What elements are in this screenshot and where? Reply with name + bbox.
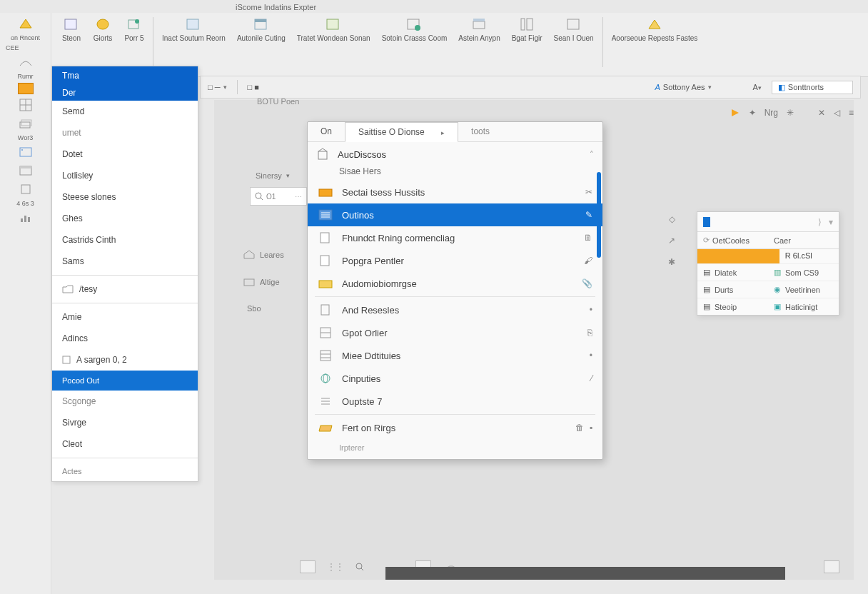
popup-item[interactable]: Audomiobiomrgse📎: [308, 272, 602, 295]
hardhat-icon[interactable]: [1, 54, 49, 70]
popup-item[interactable]: And Resesles•: [308, 298, 602, 321]
status-btn[interactable]: [300, 560, 316, 573]
side-menu-item-selected[interactable]: Pocod Out: [52, 371, 198, 391]
layers-icon[interactable]: [1, 116, 49, 131]
popup-tab[interactable]: On: [308, 122, 345, 141]
ribbon-group-9[interactable]: Bgat Figir: [506, 13, 548, 42]
side-menu-item[interactable]: Steese slones: [52, 186, 198, 208]
ribbon-group-11[interactable]: Aoorseoue Repests Fastes: [606, 13, 704, 42]
more-icon[interactable]: ▪: [590, 423, 592, 433]
window-icon[interactable]: [1, 163, 49, 178]
ribbon-group-5[interactable]: Autonile Cuting: [231, 13, 291, 42]
scroll-thumb[interactable]: [597, 172, 601, 258]
left-col-label: Wor3: [1, 134, 49, 141]
side-menu-item[interactable]: Sams: [52, 251, 198, 272]
asterisk-icon[interactable]: ✱: [668, 257, 675, 267]
popup-tab-active[interactable]: Saittise O Dionse ▸: [345, 122, 458, 142]
triangle-icon[interactable]: ◁: [834, 108, 840, 118]
folder-orange-icon: [318, 186, 333, 198]
side-menu-folder-item[interactable]: /tesy: [52, 278, 198, 300]
svg-rect-27: [20, 166, 31, 168]
ribbon-group-8[interactable]: Astein Anypn: [453, 13, 505, 42]
popup-item-selected[interactable]: Outinos✎: [308, 203, 602, 226]
popup-item-label: Popgra Pentler: [342, 256, 404, 266]
snowflake-icon[interactable]: ✳: [787, 108, 794, 118]
ribbon-label: Sean I Ouen: [554, 34, 594, 42]
side-menu-header-1[interactable]: Tma: [52, 66, 198, 85]
browser-icon[interactable]: [1, 144, 49, 160]
side-menu-checkbox-item[interactable]: A sargen 0, 2: [52, 349, 198, 371]
side-menu-item[interactable]: Scgonge: [52, 391, 198, 412]
popup-tab[interactable]: toots: [458, 122, 503, 141]
popup-item[interactable]: Fhundct Rning cormencliag🗎: [308, 226, 602, 249]
table-row[interactable]: ▤Steoip▣Haticinigt: [697, 298, 839, 315]
ribbon-group-2[interactable]: Giorts: [87, 13, 118, 42]
ribbon-group-1[interactable]: Steon: [56, 13, 87, 42]
edit-icon[interactable]: ✎: [585, 210, 592, 220]
diamond-icon[interactable]: ◇: [669, 214, 675, 224]
side-menu-item[interactable]: Lotlisley: [52, 165, 198, 186]
ribbon-label: Aoorseoue Repests Fastes: [612, 34, 698, 42]
canvas-row[interactable]: Leares: [243, 250, 307, 260]
popup-item-label: And Resesles: [342, 305, 399, 316]
popup-item[interactable]: Sectai tsess Hussits✂: [308, 181, 602, 203]
status-btn[interactable]: [824, 560, 839, 573]
side-menu-item[interactable]: umet: [52, 122, 198, 144]
orange-highlight: [697, 249, 779, 263]
popup-scrollbar[interactable]: [597, 172, 601, 452]
down-icon[interactable]: ▾: [829, 217, 833, 227]
popup-item[interactable]: Cinputies∕: [308, 367, 602, 390]
side-menu-item[interactable]: Dotet: [52, 144, 198, 165]
square-icon[interactable]: [1, 181, 49, 197]
bar-chart-icon[interactable]: [1, 210, 49, 226]
ribbon-group-3[interactable]: Porr 5: [118, 13, 150, 42]
close-icon[interactable]: ✕: [818, 108, 825, 118]
subribbon-mid[interactable]: □ ■: [248, 83, 259, 91]
canvas-row[interactable]: Altige: [243, 277, 307, 287]
paint-icon: 🖌: [584, 256, 592, 266]
collapse-icon[interactable]: ˄: [590, 150, 594, 159]
table-row[interactable]: ▤Diatek▥Som CS9: [697, 263, 839, 281]
popup-section-head[interactable]: AucDiscsos ˄: [308, 142, 602, 166]
popup-item[interactable]: Popgra Pentler🖌: [308, 249, 602, 272]
side-menu-header-2[interactable]: Der: [52, 85, 198, 101]
right-panel-selected-row[interactable]: R 6l.cSl: [697, 249, 839, 263]
ribbon-group-6[interactable]: Tratet Wondean Sonan: [291, 13, 376, 42]
popup-item[interactable]: Ouptste 7: [308, 390, 602, 413]
ribbon-group-10[interactable]: Sean I Ouen: [548, 13, 600, 42]
left-label-2: CEE: [1, 44, 49, 51]
grid-icon[interactable]: [1, 97, 49, 113]
ribbon-group-4[interactable]: Inact Soutum Reorn: [156, 13, 231, 42]
chevron-icon[interactable]: ⟩: [818, 217, 822, 227]
box-icon: [243, 277, 256, 287]
play-orange-icon[interactable]: [730, 109, 740, 117]
sparkle-icon[interactable]: ✦: [749, 108, 756, 118]
trash-icon[interactable]: 🗑: [575, 423, 584, 433]
popup-item[interactable]: Gpot Orlier⎘: [308, 321, 602, 344]
subribbon-left[interactable]: □ ─ ▾: [208, 83, 227, 91]
popup-item[interactable]: Fert on Rirgs🗑▪: [308, 416, 602, 439]
side-menu-item[interactable]: Ghes: [52, 208, 198, 229]
side-menu-item[interactable]: Amie: [52, 306, 198, 328]
table-row[interactable]: ▤Durts◉Veetirinen: [697, 281, 839, 298]
ribbon-group-7[interactable]: Sotoin Crasss Coom: [376, 13, 453, 42]
side-menu-item[interactable]: Semd: [52, 101, 198, 122]
svg-rect-50: [321, 351, 330, 361]
side-menu-item[interactable]: Cleot: [52, 433, 198, 455]
search-icon[interactable]: [355, 563, 364, 571]
col-header[interactable]: ⟳OetCooles: [697, 232, 768, 248]
triangle-warning-icon[interactable]: [1, 16, 49, 31]
subribbon-fx[interactable]: A Sottony Aes ▾: [655, 83, 711, 91]
col-header[interactable]: Caer: [768, 232, 839, 248]
side-menu-item[interactable]: Castrids Cinth: [52, 229, 198, 251]
side-menu-item[interactable]: Sivrge: [52, 412, 198, 433]
justify-icon[interactable]: ≡: [849, 108, 854, 118]
orange-note-icon[interactable]: [18, 83, 34, 94]
side-menu-item[interactable]: Adincs: [52, 328, 198, 349]
side-menu-footer[interactable]: Actes: [52, 461, 198, 481]
svg-rect-8: [187, 19, 198, 29]
arrow-ne-icon[interactable]: ↗: [668, 236, 675, 246]
popup-item[interactable]: Miee Ddtituies•: [308, 344, 602, 367]
search-chip[interactable]: O1 ⋯: [250, 187, 307, 206]
subribbon-right-field[interactable]: ◧ Sonttnorts: [772, 81, 853, 94]
